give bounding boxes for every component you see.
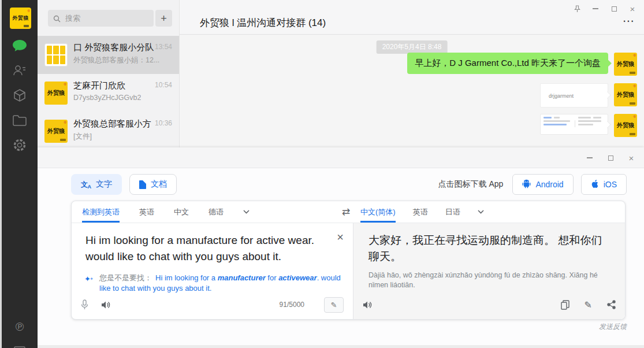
sidebar-item-settings[interactable]	[2, 135, 38, 155]
tab-target-chinese-simplified[interactable]: 中文(简体)	[360, 201, 396, 223]
suggestion-prefix: 您是不是要找：	[99, 273, 152, 282]
translation-panels: Hi im looking for a manufacture for acti…	[72, 223, 625, 319]
tab-detected-language[interactable]: 检测到英语	[82, 201, 120, 223]
avatar[interactable]: 外贸狼 ®	[614, 114, 637, 137]
search-row: +	[38, 0, 179, 36]
swap-languages-button[interactable]: ⇄	[336, 201, 356, 223]
app-logo[interactable]: 外贸狼 ®	[10, 8, 31, 29]
chat-item-time: 10:36	[155, 119, 172, 127]
chevron-down-icon[interactable]	[243, 210, 250, 214]
avatar-text: 外贸狼	[617, 121, 634, 129]
edit-translation-button[interactable]: ✎	[585, 299, 592, 310]
avatar-text: 外贸狼	[47, 89, 65, 97]
character-counter: 91/5000	[280, 301, 304, 309]
sparkle-icon: ✦ ✦	[83, 273, 94, 284]
share-icon[interactable]	[607, 300, 616, 309]
tab-target-japanese[interactable]: 日语	[445, 201, 460, 223]
chat-list-item[interactable]: 外贸狼 ® 外贸狼总部客服小方 [文件] 10:36	[38, 112, 179, 150]
chat-bubble-icon	[12, 39, 27, 52]
tab-text-label: 文字	[96, 179, 112, 190]
suggestion-part: for	[266, 273, 278, 282]
sidebar-item-files[interactable]	[2, 110, 38, 130]
app-window: 外贸狼 ®	[0, 0, 644, 348]
close-button[interactable]: ×	[628, 4, 637, 13]
sidebar-item-monitor[interactable]	[2, 341, 38, 348]
clear-source-button[interactable]: ×	[337, 231, 344, 243]
avatar-mini-mark	[60, 139, 66, 141]
chat-list-item[interactable]: 口 外贸狼客服小分队 外贸狼总部客服小娟：12... 13:54	[38, 36, 179, 74]
sidebar-item-contacts[interactable]	[2, 61, 38, 80]
target-actions: ✎	[561, 299, 616, 310]
edit-source-button[interactable]: ✎	[324, 297, 344, 313]
avatar-mini-mark	[630, 133, 635, 135]
maximize-button[interactable]	[606, 153, 615, 162]
contacts-icon	[13, 64, 27, 77]
chat-list-item[interactable]: 外贸狼 ® 芝麻开门欣欣 D7ysb3yZHcJGGvb2 10:54	[38, 74, 179, 112]
registered-mark-icon: ®	[64, 121, 66, 124]
thumb-line	[578, 124, 593, 125]
avatar-tile	[47, 55, 52, 64]
ios-button-label: iOS	[604, 180, 617, 189]
ios-button[interactable]: iOS	[581, 174, 627, 195]
tab-document[interactable]: 文档	[129, 174, 177, 195]
tab-source-english[interactable]: 英语	[139, 201, 154, 223]
android-button-label: Android	[535, 180, 563, 189]
source-language-tabs: 检测到英语 英语 中文 德语	[82, 201, 250, 223]
avatar-text: 外贸狼	[47, 127, 65, 135]
tab-source-german[interactable]: 德语	[209, 201, 224, 223]
avatar-mini-mark	[630, 102, 635, 105]
close-button[interactable]: ×	[627, 153, 636, 162]
chevron-down-icon[interactable]	[478, 210, 484, 214]
source-panel: Hi im looking for a manufacture for acti…	[72, 223, 353, 319]
avatar[interactable]: 外贸狼 ®	[614, 83, 637, 106]
registered-mark-icon: ®	[634, 115, 636, 119]
feedback-link[interactable]: 发送反馈	[599, 322, 627, 332]
translator-window-controls: ×	[585, 153, 636, 162]
pin-icon[interactable]	[572, 4, 582, 13]
minimize-button[interactable]	[585, 153, 594, 162]
microphone-button[interactable]	[81, 299, 88, 310]
avatar-tile	[60, 55, 65, 64]
message-bubble[interactable]: 早上好，D J Garment Co.,Ltd 昨天来了一个询盘	[407, 53, 608, 74]
apple-icon	[591, 179, 599, 190]
link-icon: ℗	[16, 320, 24, 334]
chat-item-title: 外贸狼总部客服小方	[73, 119, 151, 129]
screenshot-message[interactable]	[540, 114, 608, 135]
suggestion-text[interactable]: 您是不是要找：Hi im looking for a manufacturer …	[99, 273, 341, 294]
chat-item-time: 13:54	[155, 43, 172, 51]
add-chat-button[interactable]: +	[155, 10, 172, 27]
date-badge: 2020年5月4日 8:48	[377, 40, 448, 54]
chat-item-title: 芝麻开门欣欣	[73, 80, 125, 91]
search-icon	[53, 14, 61, 25]
listen-source-button[interactable]	[101, 301, 111, 309]
registered-mark-icon: ®	[634, 84, 636, 88]
search-input[interactable]	[48, 10, 154, 27]
source-text[interactable]: Hi im looking for a manufacture for acti…	[85, 232, 327, 265]
sidebar-item-link[interactable]: ℗	[2, 317, 38, 336]
window-bottom-edge	[38, 345, 644, 348]
sidebar-item-products[interactable]	[2, 86, 38, 105]
image-message[interactable]: drjgarment	[540, 83, 608, 108]
avatar: 外贸狼 ®	[44, 82, 68, 105]
tab-target-english[interactable]: 英语	[413, 201, 428, 223]
sidebar-item-chat[interactable]	[2, 36, 38, 55]
maximize-button[interactable]	[609, 4, 619, 13]
minimize-button[interactable]	[591, 4, 600, 13]
cube-icon	[13, 88, 27, 102]
app-logo-text: 外贸狼	[12, 14, 29, 22]
search-box	[48, 10, 154, 27]
tab-text[interactable]: 文 A 文字	[71, 174, 122, 195]
avatar[interactable]: 外贸狼 ®	[614, 53, 637, 76]
logo-mini-mark	[24, 25, 29, 27]
android-button[interactable]: Android	[512, 174, 573, 195]
more-menu-button[interactable]: ⋯	[623, 14, 635, 28]
translated-text[interactable]: 大家好，我正在寻找运动服的制造商。 想和你们聊天。	[368, 232, 611, 265]
copy-button[interactable]	[561, 300, 569, 310]
image-message-label: drjgarment	[549, 93, 574, 99]
suggestion-correction: activewear	[278, 273, 317, 282]
translator-titlebar: ×	[38, 147, 644, 168]
listen-translation-button[interactable]	[363, 301, 373, 309]
avatar-text: 外贸狼	[617, 91, 634, 99]
message-row: 早上好，D J Garment Co.,Ltd 昨天来了一个询盘 外贸狼 ®	[407, 53, 637, 76]
tab-source-chinese[interactable]: 中文	[174, 201, 189, 223]
